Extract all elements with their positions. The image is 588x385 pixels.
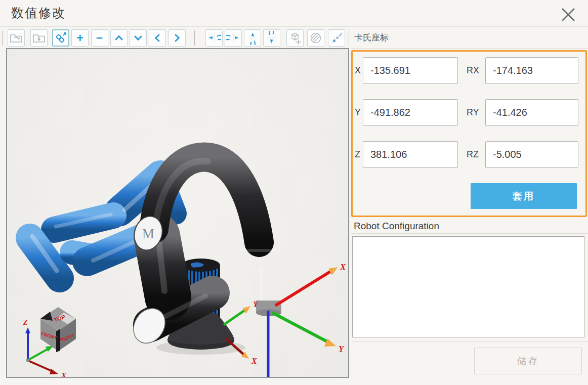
viewport-toolbar: + − <box>2 28 349 48</box>
rotate-left-icon <box>207 31 221 45</box>
zoom-in-button[interactable]: + <box>71 29 89 47</box>
shade-sphere-button[interactable] <box>307 29 324 47</box>
robot-configuration-title: Robot Configuration <box>354 221 439 232</box>
section-divider <box>351 341 588 341</box>
pan-up-button[interactable] <box>110 29 128 47</box>
toolbar-separator <box>349 30 349 46</box>
page-title: 数值修改 <box>11 5 66 21</box>
zoom-out-button[interactable]: − <box>91 29 108 47</box>
view-cube[interactable]: TOP FRONT RIGHT <box>40 307 76 352</box>
toolbar-separator <box>2 30 3 46</box>
robot-logo: M <box>142 226 154 241</box>
fit-link-icon <box>54 31 68 45</box>
base-y-label: Y <box>253 300 259 309</box>
pan-left-button[interactable] <box>149 29 166 47</box>
folder-import-button[interactable] <box>30 29 48 47</box>
cube-move-icon <box>288 31 302 45</box>
section-divider <box>351 233 588 234</box>
rotate-up-icon <box>245 31 260 45</box>
base-x-label: X <box>251 357 257 365</box>
rotate-down-button[interactable] <box>263 29 280 47</box>
rz-input[interactable] <box>485 141 578 168</box>
chevron-up-icon <box>112 31 126 45</box>
fit-view-button[interactable] <box>52 29 69 47</box>
rotate-down-icon <box>265 31 279 45</box>
rotate-right-icon <box>226 31 240 45</box>
origin-x-label: X <box>61 371 67 377</box>
apply-button[interactable]: 套用 <box>471 183 577 209</box>
toolbar-separator <box>194 30 195 46</box>
tcp-y-axis <box>272 313 329 343</box>
section-divider <box>351 48 588 49</box>
rx-input[interactable] <box>485 57 578 84</box>
y-input[interactable] <box>363 99 458 126</box>
point-vector-button[interactable] <box>328 29 345 47</box>
tcp-x-axis <box>275 271 331 306</box>
rx-label: RX <box>467 57 479 84</box>
x-label: X <box>355 57 361 84</box>
close-icon <box>560 6 577 23</box>
folder-import-icon <box>32 31 46 45</box>
z-input[interactable] <box>363 141 458 168</box>
origin-z-label: Z <box>22 318 27 326</box>
pan-right-button[interactable] <box>169 29 186 47</box>
plus-icon: + <box>77 32 83 44</box>
folder-export-button[interactable] <box>8 29 25 47</box>
rotate-right-button[interactable] <box>225 29 242 47</box>
cartesian-section-title: 卡氏座标 <box>354 32 389 44</box>
robot-scene: M Y X X Y TOP <box>7 49 348 377</box>
tcp-y-label: Y <box>339 344 345 354</box>
rz-label: RZ <box>467 141 479 168</box>
title-divider <box>0 26 588 27</box>
chevron-left-icon <box>150 31 164 45</box>
sphere-hatch-icon <box>309 31 323 45</box>
minus-icon: − <box>96 32 103 44</box>
x-input[interactable] <box>363 57 458 84</box>
save-button[interactable]: 储存 <box>474 348 582 374</box>
chevron-right-icon <box>170 31 184 45</box>
robot-configuration-list[interactable] <box>352 236 584 337</box>
chevron-down-icon <box>131 31 145 45</box>
tcp-x-label: X <box>340 262 346 272</box>
point-vector-icon <box>329 31 344 45</box>
close-button[interactable] <box>556 3 581 26</box>
pan-down-button[interactable] <box>130 29 147 47</box>
viewport-3d[interactable]: M Y X X Y TOP <box>6 48 349 378</box>
z-label: Z <box>355 141 360 168</box>
move-object-button[interactable] <box>286 29 304 47</box>
folder-export-icon <box>9 31 23 45</box>
rotate-up-button[interactable] <box>244 29 261 47</box>
ry-input[interactable] <box>485 99 578 126</box>
ry-label: RY <box>467 99 479 126</box>
y-label: Y <box>355 99 361 126</box>
rotate-left-button[interactable] <box>205 29 223 47</box>
